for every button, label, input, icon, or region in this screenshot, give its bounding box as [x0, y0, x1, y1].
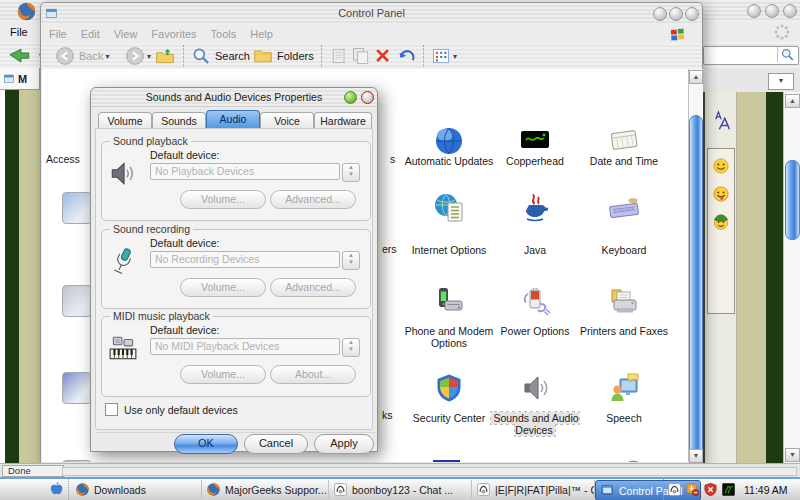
undo-button[interactable] [397, 44, 417, 68]
outer-scrollbar[interactable]: ▲ ▼ [783, 92, 800, 463]
cp-close-button[interactable] [685, 7, 699, 21]
grid-item-weather-services[interactable]: TheWeatherChannelWeather Services [404, 460, 494, 462]
cp-scrollbar[interactable]: ▲ ▼ [688, 69, 703, 462]
chevron-down-icon: ▾ [105, 52, 109, 61]
tray-separator [663, 479, 664, 500]
cancel-button[interactable]: Cancel [244, 434, 308, 454]
grid-item-copperhead[interactable]: Copperhead [490, 123, 580, 155]
device-stepper[interactable]: ▲▼ [342, 251, 360, 270]
start-apple-icon[interactable] [48, 481, 65, 498]
dialog-minimize-button[interactable] [344, 91, 357, 104]
cp-titlebar[interactable]: Control Panel [41, 3, 702, 26]
close-button[interactable] [783, 4, 797, 18]
chat-icon[interactable] [667, 482, 682, 497]
maximize-button[interactable] [765, 4, 779, 18]
device-stepper[interactable]: ▲▼ [342, 163, 360, 182]
hat-smiley-icon[interactable] [712, 213, 730, 231]
firefox-icon [16, 1, 37, 22]
advanced-button[interactable]: Advanced... [270, 190, 356, 209]
date-time-icon [608, 123, 640, 155]
cp-menu-help[interactable]: Help [250, 28, 273, 40]
search-input[interactable] [706, 48, 778, 63]
forum-dropdown[interactable]: ▾ [768, 73, 794, 90]
volume-button[interactable]: Volume... [180, 190, 266, 209]
device-stepper[interactable]: ▲▼ [342, 338, 360, 357]
default-devices-checkbox[interactable]: Use only default devices [105, 403, 238, 416]
dialog-close-button[interactable] [361, 91, 374, 104]
cp-minimize-button[interactable] [653, 7, 667, 21]
grid-item-automatic-updates[interactable]: Automatic Updates [404, 123, 494, 155]
scroll-down-icon[interactable]: ▼ [689, 449, 703, 463]
security-alert-icon[interactable] [703, 482, 718, 497]
search-go-icon[interactable] [777, 47, 797, 62]
forward-button[interactable]: ▾ [125, 44, 151, 68]
grid-item-security-center[interactable]: Security Center [404, 372, 494, 404]
cp-menu-edit[interactable]: Edit [81, 28, 100, 40]
outer-scroll-thumb[interactable] [785, 160, 800, 240]
grid-item-printers-and-faxes[interactable]: Printers and Faxes [579, 285, 669, 317]
razer-icon[interactable] [721, 482, 736, 497]
scroll-up-icon[interactable]: ▲ [689, 70, 703, 84]
smiley-icon[interactable] [712, 157, 730, 175]
grid-item-date-and-time[interactable]: Date and Time [579, 123, 669, 155]
search-button[interactable]: Search [191, 44, 250, 68]
partial-icon [62, 285, 92, 317]
scroll-up-icon[interactable]: ▲ [785, 94, 800, 108]
volume-button[interactable]: Volume... [180, 278, 266, 297]
delete-button[interactable] [373, 44, 393, 68]
font-icon[interactable] [712, 110, 734, 132]
up-button[interactable] [155, 44, 175, 68]
side-tab[interactable]: M [0, 68, 40, 90]
taskbar-button-2[interactable]: MajorGeeks Suppor... [202, 480, 329, 499]
default-device-select[interactable]: No Recording Devices [150, 251, 340, 268]
power-options-icon [519, 285, 551, 317]
advanced-button[interactable]: Advanced... [270, 278, 356, 297]
cp-menu-file[interactable]: File [49, 28, 67, 40]
copy-to-button[interactable] [351, 44, 371, 68]
grid-item-internet-options[interactable]: Internet Options [404, 192, 494, 224]
download-alert-icon[interactable] [685, 482, 700, 497]
taskbar-button-1[interactable]: Downloads [71, 480, 202, 499]
taskbar-button-3[interactable]: boonboy123 - Chat ... [329, 480, 472, 499]
group-midi-music-playback: MIDI music playbackDefault device:No MID… [101, 316, 371, 397]
about-button[interactable]: About... [270, 365, 356, 384]
outer-back-button[interactable] [2, 44, 36, 66]
cp-maximize-button[interactable] [669, 7, 683, 21]
outer-search-box[interactable] [703, 46, 799, 65]
apply-button[interactable]: Apply [314, 434, 374, 454]
microphone-icon [108, 246, 138, 276]
dialog-titlebar[interactable]: Sounds and Audio Devices Properties [91, 88, 377, 107]
default-device-label: Default device: [150, 237, 219, 249]
grid-item-keyboard[interactable]: Keyboard [579, 192, 669, 224]
taskbar-button-4[interactable]: |E|F|R|FAT|Pilla|™ - C... [472, 480, 595, 499]
grid-item-windows-firewall[interactable]: Windows Firewall [490, 460, 580, 462]
volume-button[interactable]: Volume... [180, 365, 266, 384]
ok-button[interactable]: OK [174, 434, 238, 454]
grid-item-java[interactable]: Java [490, 192, 580, 224]
cp-menu-favorites[interactable]: Favorites [151, 28, 196, 40]
grid-item-phone-and-modem-options[interactable]: Phone and Modem Options [404, 285, 494, 317]
cp-menu-tools[interactable]: Tools [211, 28, 237, 40]
minimize-button[interactable] [747, 4, 761, 18]
scroll-down-icon[interactable]: ▼ [785, 448, 800, 462]
tab-audio[interactable]: Audio [206, 110, 260, 130]
cp-toolbar: Back▾▾SearchFolders▾ [41, 43, 702, 70]
outer-file-menu[interactable]: File [10, 26, 28, 38]
grid-item-wireless-network-setup-wizard[interactable]: Wireless Network Setup Wizard [579, 460, 669, 462]
chevron-down-icon: ▾ [453, 52, 457, 61]
back-button[interactable]: Back▾ [55, 44, 109, 68]
folders-icon [253, 46, 273, 66]
cp-menu-view[interactable]: View [114, 28, 138, 40]
grid-item-power-options[interactable]: Power Options [490, 285, 580, 317]
checkbox-icon[interactable] [105, 403, 118, 416]
default-device-select[interactable]: No MIDI Playback Devices [150, 338, 340, 355]
views-button[interactable]: ▾ [431, 44, 457, 68]
move-to-button[interactable] [329, 44, 349, 68]
search-button-label: Search [215, 50, 250, 62]
folders-button[interactable]: Folders [253, 44, 314, 68]
cp-scroll-thumb[interactable] [689, 115, 703, 455]
default-device-select[interactable]: No Playback Devices [150, 163, 340, 180]
tongue-smiley-icon[interactable] [712, 185, 730, 203]
grid-item-sounds-and-audio-devices[interactable]: Sounds and Audio Devices [490, 372, 580, 404]
grid-item-speech[interactable]: Speech [579, 372, 669, 404]
